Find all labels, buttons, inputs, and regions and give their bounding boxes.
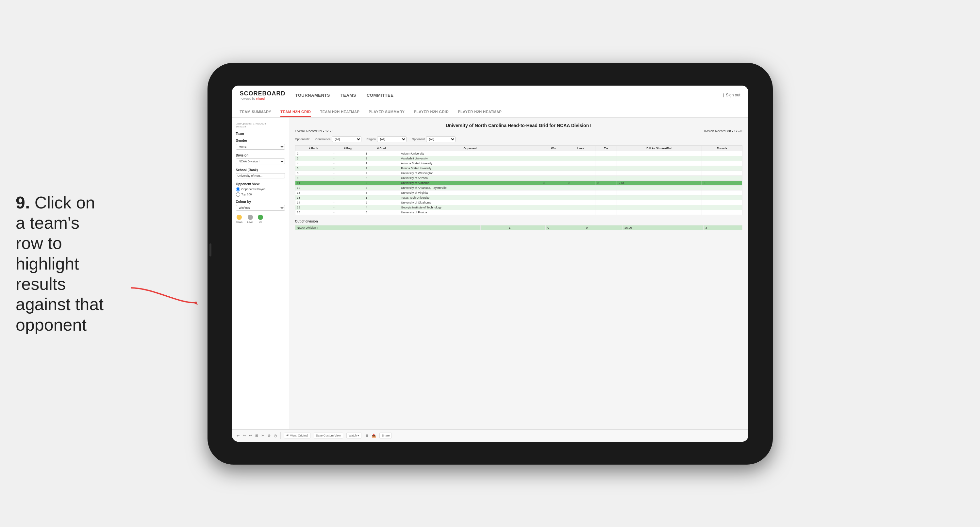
clock-icon[interactable]: ◷	[274, 433, 277, 438]
undo-icon[interactable]: ↩	[237, 433, 240, 438]
cell-win	[541, 156, 566, 161]
cell-loss: 0	[566, 180, 595, 185]
out-div-tie: 0	[584, 225, 623, 230]
nav-tournaments[interactable]: TOURNAMENTS	[295, 91, 330, 99]
table-row[interactable]: 3 - 2 Vanderbilt University	[295, 156, 742, 161]
cell-rounds	[702, 170, 742, 175]
table-row[interactable]: 16 - 3 University of Florida	[295, 210, 742, 215]
tab-team-h2h-heatmap[interactable]: TEAM H2H HEATMAP	[320, 110, 360, 117]
table-row[interactable]: 13 - 3 University of Virginia	[295, 190, 742, 195]
tab-player-h2h-grid[interactable]: PLAYER H2H GRID	[414, 110, 449, 117]
eye-icon: 👁	[286, 434, 289, 437]
instruction-text: 9. Click on a team's row to highlight re…	[16, 192, 107, 335]
logo-scoreboard: SCOREBOARD	[240, 90, 286, 97]
overall-record: Overall Record: 89 - 17 - 0	[295, 129, 334, 133]
cell-reg: -	[332, 190, 364, 195]
out-of-div-table: NCAA Division II 1 0 0 26.00 3	[295, 225, 743, 230]
out-div-spacer	[481, 225, 507, 230]
cell-loss	[566, 161, 595, 166]
table-row[interactable]: 2 - 1 Auburn University	[295, 151, 742, 156]
conference-select[interactable]: (All)	[332, 136, 361, 142]
cell-rounds	[702, 175, 742, 180]
grid-icon[interactable]: ⊞	[255, 433, 258, 438]
table-row[interactable]: 14 - 2 University of Oklahoma	[295, 200, 742, 205]
add-icon[interactable]: ⊕	[267, 433, 270, 438]
cell-opponent: University of Arizona	[399, 175, 541, 180]
school-value[interactable]: University of Nort...	[236, 173, 285, 178]
table-row[interactable]: 15 - 4 Georgia Institute of Technology	[295, 205, 742, 210]
grid-content: University of North Carolina Head-to-Hea…	[289, 118, 748, 429]
screen-icon[interactable]: 🖥	[365, 433, 368, 438]
school-label: School (Rank)	[236, 168, 285, 172]
cell-loss	[566, 166, 595, 170]
table-row[interactable]: 13 - 1 Texas Tech University	[295, 195, 742, 200]
cell-conf: 1	[364, 161, 399, 166]
nav-committee[interactable]: COMMITTEE	[367, 91, 394, 99]
tab-player-h2h-heatmap[interactable]: PLAYER H2H HEATMAP	[458, 110, 501, 117]
back-icon[interactable]: ↩	[249, 433, 252, 438]
cell-reg: -	[332, 195, 364, 200]
division-select[interactable]: NCAA Division I	[236, 158, 285, 164]
cell-win: 3	[541, 180, 566, 185]
radio-opponents-played[interactable]: Opponents Played	[236, 187, 285, 191]
svg-marker-0	[194, 301, 198, 305]
gender-select[interactable]: Men's	[236, 144, 285, 150]
table-row[interactable]: 4 - 1 Arizona State University	[295, 161, 742, 166]
down-dot	[237, 215, 242, 220]
cell-diff	[617, 195, 702, 200]
cell-conf: 1	[364, 151, 399, 156]
save-custom-view-button[interactable]: Save Custom View	[314, 433, 343, 438]
cell-rounds	[702, 190, 742, 195]
radio-top100[interactable]: Top 100	[236, 193, 285, 197]
cell-opponent: University of Arkansas, Fayetteville	[399, 185, 541, 190]
cell-rank: 11	[295, 180, 332, 185]
table-row[interactable]: 8 - 2 University of Washington	[295, 170, 742, 175]
cell-reg: -	[332, 161, 364, 166]
region-select[interactable]: (All)	[377, 136, 407, 142]
sidebar: Last Updated: 27/03/2024 16:55:38 Team G…	[232, 118, 289, 429]
cell-diff	[617, 170, 702, 175]
division-record: Division Record: 88 - 17 - 0	[703, 129, 742, 133]
cell-win	[541, 170, 566, 175]
scissors-icon[interactable]: ✂	[261, 433, 264, 438]
opponent-select[interactable]: (All)	[426, 136, 455, 142]
redo-icon[interactable]: ↪	[243, 433, 246, 438]
view-original-button[interactable]: 👁 View: Original	[284, 433, 310, 438]
logo-powered: Powered by clippd	[240, 97, 286, 100]
colour-by-select[interactable]: Win/loss	[236, 205, 285, 211]
cell-win	[541, 190, 566, 195]
cell-rank: 13	[295, 195, 332, 200]
cell-opponent: Texas Tech University	[399, 195, 541, 200]
table-row[interactable]: 11 - 5 University of Alabama 3 0 0 2.61 …	[295, 180, 742, 185]
cell-rank: 2	[295, 151, 332, 156]
conference-filter: Conference (All)	[315, 136, 361, 142]
table-row[interactable]: 6 - 2 Florida State University	[295, 166, 742, 170]
tab-player-summary[interactable]: PLAYER SUMMARY	[369, 110, 404, 117]
cell-tie	[595, 210, 617, 215]
opponent-view-options: Opponents Played Top 100	[236, 187, 285, 197]
team-label: Team	[236, 132, 285, 135]
tab-team-summary[interactable]: TEAM SUMMARY	[240, 110, 272, 117]
cell-rounds	[702, 166, 742, 170]
col-loss: Loss	[566, 145, 595, 151]
cell-rounds	[702, 185, 742, 190]
tab-team-h2h-grid[interactable]: TEAM H2H GRID	[280, 110, 311, 117]
cell-tie	[595, 185, 617, 190]
out-of-div-row[interactable]: NCAA Division II 1 0 0 26.00 3	[295, 225, 742, 230]
cell-rank: 9	[295, 175, 332, 180]
toolbar-divider	[280, 432, 281, 439]
cell-tie	[595, 190, 617, 195]
cell-rank: 6	[295, 166, 332, 170]
table-row[interactable]: 12 - 6 University of Arkansas, Fayettevi…	[295, 185, 742, 190]
col-opponent: Opponent	[399, 145, 541, 151]
sign-out-button[interactable]: | Sign out	[723, 93, 740, 97]
share-icon-small[interactable]: 📤	[372, 433, 376, 438]
nav-teams[interactable]: TEAMS	[340, 91, 356, 99]
cell-conf: 3	[364, 175, 399, 180]
share-button[interactable]: Share	[379, 433, 392, 438]
table-row[interactable]: 9 - 3 University of Arizona	[295, 175, 742, 180]
watch-button[interactable]: Watch ▾	[346, 433, 362, 438]
cell-opponent: University of Alabama	[399, 180, 541, 185]
col-win: Win	[541, 145, 566, 151]
nav-items: TOURNAMENTS TEAMS COMMITTEE	[295, 91, 723, 99]
